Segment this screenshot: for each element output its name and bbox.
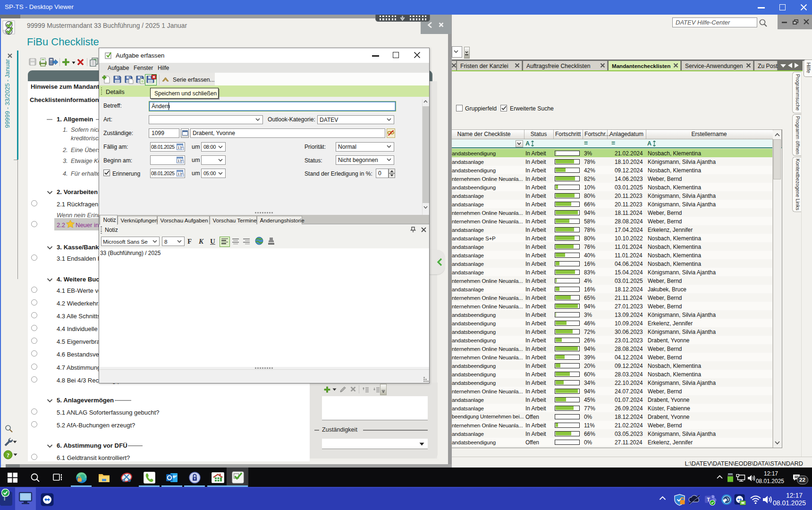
svg-text:T: T bbox=[707, 497, 710, 502]
svg-text:?: ? bbox=[7, 451, 10, 459]
